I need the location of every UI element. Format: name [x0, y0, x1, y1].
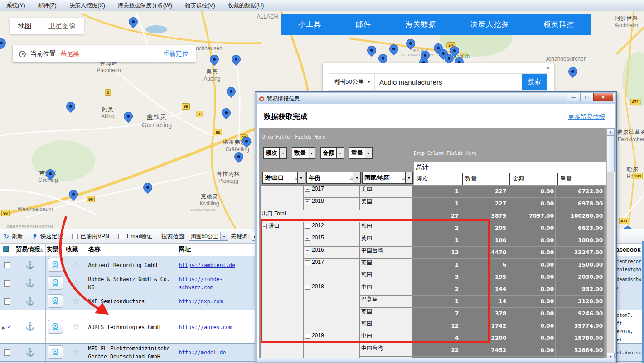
- dialog-bottom-scrollbar[interactable]: [257, 358, 615, 362]
- nav-tab[interactable]: 决策人挖掘: [470, 20, 509, 29]
- search-button[interactable]: 搜索: [522, 74, 547, 90]
- pushpin-icon[interactable]: [32, 234, 38, 239]
- pivot-field-button[interactable]: 重量▼: [349, 147, 373, 159]
- chevron-down-icon[interactable]: ▼: [308, 148, 315, 158]
- pivot-row-field-button[interactable]: 年份△▼: [306, 172, 361, 184]
- pivot-column-header[interactable]: 重量: [557, 173, 606, 185]
- nav-tab[interactable]: 小工具: [298, 20, 321, 29]
- pivot-field-button[interactable]: 频次▼: [263, 147, 287, 159]
- dialog-title-bar[interactable]: 贸易情报信息 — ▢ ✕: [257, 93, 615, 104]
- satellite-button[interactable]: 卫星图像: [40, 18, 84, 34]
- street-view-button[interactable]: [48, 276, 63, 290]
- chevron-down-icon[interactable]: ▼: [279, 148, 286, 158]
- col-street-view[interactable]: 实景: [45, 244, 65, 256]
- collapse-icon[interactable]: −: [305, 224, 310, 229]
- scrollbar-thumb[interactable]: [607, 136, 615, 172]
- chevron-down-icon[interactable]: ▼: [365, 148, 372, 158]
- collapse-icon[interactable]: −: [305, 199, 310, 204]
- chevron-down-icon[interactable]: ▼: [297, 172, 305, 183]
- row-checkbox[interactable]: [4, 298, 10, 305]
- pivot-row-header: −2018: [304, 198, 360, 210]
- panel-right-scroll-edge[interactable]: [642, 241, 644, 363]
- collapse-icon[interactable]: −: [305, 260, 310, 265]
- refresh-button[interactable]: 刷新: [12, 233, 23, 240]
- collapse-icon[interactable]: −: [305, 285, 310, 290]
- minimize-button[interactable]: —: [567, 93, 580, 101]
- collapse-icon[interactable]: −: [305, 236, 310, 241]
- company-url-link[interactable]: http://nxp.com: [179, 298, 223, 305]
- row-checkbox[interactable]: [4, 262, 10, 268]
- pivot-column-header[interactable]: 数量: [462, 173, 510, 185]
- company-url-link[interactable]: https://aures.com: [179, 324, 232, 330]
- maximize-button[interactable]: ▢: [580, 93, 593, 101]
- pivot-column-header[interactable]: 频次: [414, 173, 462, 185]
- trade-intel-anchor-icon[interactable]: ⚓: [16, 322, 44, 331]
- relocate-link[interactable]: 重新定位: [163, 50, 189, 58]
- toolbar-range-dropdown[interactable]: 周围50公里 ▼: [189, 232, 228, 241]
- menu-item[interactable]: 系统(Y): [0, 2, 32, 9]
- company-name: Rohde & Schwarz GmbH & Co. KG: [88, 276, 170, 291]
- select-all-checkbox[interactable]: [3, 246, 9, 252]
- row-checkbox[interactable]: [4, 280, 10, 287]
- pivot-row-field-button[interactable]: 国家/地区△▼: [362, 172, 413, 184]
- col-facebook[interactable]: facebook: [613, 244, 644, 256]
- collapse-icon[interactable]: −: [305, 187, 310, 192]
- nav-tab[interactable]: 领英群控: [543, 20, 574, 29]
- search-input[interactable]: [375, 74, 522, 90]
- refresh-icon[interactable]: ↻: [4, 233, 9, 240]
- collapse-icon[interactable]: −: [305, 334, 310, 339]
- col-favorite[interactable]: 收藏: [65, 244, 87, 256]
- collapse-icon[interactable]: −: [262, 224, 267, 229]
- collapse-icon[interactable]: −: [305, 248, 310, 253]
- trade-intel-anchor-icon[interactable]: ⚓: [16, 260, 44, 270]
- search-range-dropdown[interactable]: 周围50公里 ▼: [329, 74, 375, 90]
- favorite-star-icon[interactable]: ☆: [66, 278, 86, 288]
- company-url-link[interactable]: https://rohde-schwarz.com: [179, 276, 223, 291]
- close-icon[interactable]: ×: [546, 64, 550, 72]
- chevron-down-icon[interactable]: ▼: [353, 172, 360, 183]
- drop-column-zone[interactable]: Drop Column Fields Here: [414, 151, 476, 156]
- trade-intel-anchor-icon[interactable]: ⚓: [16, 348, 44, 357]
- trade-intel-anchor-icon[interactable]: ⚓: [16, 278, 44, 288]
- street-view-button[interactable]: [48, 258, 63, 272]
- row-checkbox[interactable]: ✓: [6, 324, 12, 330]
- map-button[interactable]: 地图: [10, 18, 40, 34]
- menu-item[interactable]: 海关数据深度分析(W): [111, 2, 179, 9]
- trade-intel-anchor-icon[interactable]: ⚓: [16, 296, 44, 306]
- col-url[interactable]: 网址: [178, 244, 254, 256]
- company-url-link[interactable]: http://medel.de: [179, 349, 226, 356]
- pivot-column-header[interactable]: 金额: [510, 173, 557, 185]
- chevron-down-icon[interactable]: ▼: [405, 172, 412, 183]
- scroll-up-icon[interactable]: ▲: [607, 128, 615, 136]
- vpn-checkbox[interactable]: [72, 234, 78, 239]
- nav-tab[interactable]: 海关数据: [405, 20, 436, 29]
- chevron-down-icon[interactable]: ▼: [336, 148, 344, 158]
- favorite-star-icon[interactable]: ☆: [66, 296, 86, 306]
- col-trade-intel[interactable]: 贸易情报△: [15, 244, 45, 256]
- pivot-scrollbar[interactable]: ▲ ▼: [606, 128, 614, 361]
- favorite-star-icon[interactable]: ☆: [66, 260, 86, 270]
- nav-tab[interactable]: 邮件: [356, 20, 371, 29]
- drop-filter-zone[interactable]: Drop Filter Fields Here: [262, 134, 325, 139]
- street-view-button[interactable]: [48, 345, 63, 359]
- pivot-field-button[interactable]: 金额▼: [320, 147, 344, 159]
- company-name: MED-EL Elektromedizinische Geräte Deutsc…: [88, 345, 170, 360]
- pivot-row-field-button[interactable]: 进/出口△▼: [262, 172, 305, 184]
- street-view-button[interactable]: [48, 320, 63, 334]
- street-view-button[interactable]: [48, 294, 63, 308]
- email-verify-checkbox[interactable]: [118, 234, 124, 239]
- favorite-star-icon[interactable]: ☆: [66, 321, 86, 332]
- quick-locate-button[interactable]: 快速定位: [40, 233, 63, 240]
- close-button[interactable]: ✕: [593, 93, 613, 101]
- pivot-field-button[interactable]: 数量▼: [292, 147, 315, 159]
- favorite-star-icon[interactable]: ☆: [66, 347, 86, 358]
- row-checkbox[interactable]: [4, 349, 10, 356]
- company-url-link[interactable]: https://ambient.de: [179, 262, 236, 268]
- menu-item[interactable]: 领英群控(V): [179, 2, 222, 9]
- col-name[interactable]: 名称: [87, 244, 178, 256]
- menu-item[interactable]: 收藏的数据(U): [222, 2, 271, 9]
- pivot-row-header: 中国台湾: [360, 344, 412, 357]
- more-trade-intel-link[interactable]: 更多贸易情报: [568, 113, 605, 121]
- menu-item[interactable]: 决策人挖掘(X): [63, 2, 111, 9]
- menu-item[interactable]: 邮件(Z): [32, 2, 63, 9]
